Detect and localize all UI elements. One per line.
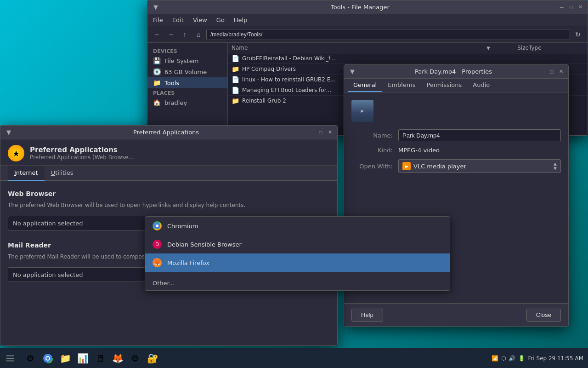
- web-browser-desc: The preferred Web Browser will be used t…: [8, 201, 330, 209]
- chromium-label: Chromium: [167, 223, 198, 230]
- sidebar-item-volume[interactable]: 💽 63 GB Volume: [147, 66, 227, 77]
- menu-file[interactable]: File: [151, 16, 165, 24]
- pref-apps-title: Preferred Applications: [15, 129, 317, 136]
- refresh-button[interactable]: ↻: [572, 29, 584, 40]
- tab-internet[interactable]: Internet: [8, 166, 45, 181]
- firefox-icon: 🦊: [153, 258, 162, 267]
- file-info: ▶: [351, 100, 561, 122]
- tb-system-icon[interactable]: ⚙: [22, 350, 39, 367]
- tb-auth-icon[interactable]: 🔐: [144, 350, 161, 367]
- tools-label: Tools: [164, 80, 179, 86]
- file-manager-menubar: File Edit View Go Help: [147, 14, 588, 26]
- menu-edit[interactable]: Edit: [170, 16, 186, 24]
- dropdown-item-firefox[interactable]: 🦊 Mozilla Firefox: [145, 253, 450, 272]
- debian-icon: D: [153, 240, 162, 249]
- web-browser-value: No application selected: [13, 220, 83, 227]
- properties-titlebar: ▼ Park Day.mp4 - Properties □ ✕: [344, 65, 568, 79]
- home-button[interactable]: ⌂: [192, 29, 204, 40]
- col-name: Name: [232, 45, 486, 51]
- properties-footer: Help Close: [344, 303, 568, 326]
- properties-menu-button[interactable]: ▼: [348, 67, 357, 76]
- tb-monitor-icon[interactable]: 📊: [74, 350, 91, 367]
- file-icon: 📁: [232, 65, 239, 73]
- taskbar-tray: 📶 ⬡ 🔊 🔋 Fri Sep 29 11:55 AM: [487, 355, 588, 362]
- open-with-name: VLC media player: [413, 163, 466, 170]
- dropdown-other[interactable]: Other...: [145, 276, 450, 290]
- open-with-selector[interactable]: ▶ VLC media player ▲ ▼: [398, 159, 561, 173]
- up-button[interactable]: ↑: [179, 29, 191, 40]
- file-manager-title: Tools - File Manager: [162, 4, 558, 11]
- pref-window-controls: □ ✕: [317, 129, 334, 136]
- window-menu-button[interactable]: ▼: [151, 3, 160, 12]
- vlc-icon: ▶: [402, 162, 411, 170]
- open-with-app: ▶ VLC media player: [402, 162, 466, 170]
- menu-go[interactable]: Go: [215, 16, 226, 24]
- chromium-taskbar-icon: [43, 353, 53, 363]
- tb-settings-icon[interactable]: ⚙: [127, 350, 143, 367]
- back-button[interactable]: ←: [151, 29, 163, 40]
- tab-audio[interactable]: Audio: [467, 79, 495, 92]
- tb-browser-icon[interactable]: [40, 350, 56, 367]
- file-manager-toolbar: ← → ↑ ⌂ ↻: [147, 26, 588, 43]
- network-icon: 📶: [492, 355, 498, 362]
- kind-label: Kind:: [351, 147, 393, 154]
- pref-close[interactable]: ✕: [326, 129, 334, 136]
- tab-general[interactable]: General: [348, 79, 382, 92]
- menu-view[interactable]: View: [191, 16, 209, 24]
- menu-help[interactable]: Help: [232, 16, 249, 24]
- name-input[interactable]: [398, 129, 561, 141]
- close-button[interactable]: Close: [526, 309, 561, 322]
- pref-apps-title-block: Preferred Applications Preferred Applica…: [30, 146, 134, 161]
- tab-permissions[interactable]: Permissions: [421, 79, 467, 92]
- window-controls: ─ □ ✕: [558, 4, 584, 11]
- tab-utilities-underline: U: [51, 169, 56, 176]
- start-button[interactable]: [0, 348, 20, 368]
- pref-apps-logo: ★: [8, 145, 24, 161]
- mail-reader-value: No application selected: [13, 271, 83, 278]
- minimize-button[interactable]: ─: [558, 4, 565, 11]
- pref-tabs: Internet Utilities: [0, 166, 337, 181]
- pref-maximize[interactable]: □: [317, 129, 324, 136]
- pref-apps-titlebar: ▼ Preferred Applications □ ✕: [0, 126, 337, 139]
- filter-icon: ▼: [486, 46, 490, 51]
- tb-firefox-icon[interactable]: 🦊: [109, 350, 126, 367]
- properties-maximize[interactable]: □: [548, 68, 555, 75]
- properties-close[interactable]: ✕: [557, 68, 565, 75]
- clock: Fri Sep 29 11:55 AM: [528, 355, 583, 362]
- tb-display-icon[interactable]: 🖥: [92, 350, 108, 367]
- maximize-button[interactable]: □: [567, 4, 575, 11]
- sidebar-item-tools[interactable]: 📁 Tools: [147, 77, 227, 88]
- file-icon: 📄: [232, 86, 239, 94]
- forward-button[interactable]: →: [165, 29, 177, 40]
- close-button[interactable]: ✕: [577, 4, 584, 11]
- list-header: Name ▼ Size Type: [228, 43, 588, 53]
- properties-title: Park Day.mp4 - Properties: [359, 68, 548, 75]
- tab-internet-underline: I: [14, 169, 16, 176]
- pref-menu-button[interactable]: ▼: [4, 128, 13, 137]
- sidebar-item-bradley[interactable]: 🏠 bradley: [147, 97, 227, 108]
- tb-files-icon[interactable]: 📁: [57, 350, 74, 367]
- svg-point-8: [46, 357, 49, 360]
- kind-value: MPEG-4 video: [398, 147, 561, 154]
- tab-emblems[interactable]: Emblems: [382, 79, 421, 92]
- tab-internet-label: Internet: [14, 169, 38, 176]
- chromium-icon: [153, 221, 162, 230]
- firefox-label: Mozilla Firefox: [167, 259, 209, 266]
- sidebar-item-filesystem[interactable]: 💾 File System: [147, 55, 227, 66]
- volume-icon: 💽: [153, 68, 161, 75]
- dropdown-item-chromium[interactable]: Chromium: [145, 217, 450, 235]
- address-bar[interactable]: [206, 29, 570, 40]
- dropdown-divider: [145, 274, 450, 274]
- svg-point-1: [156, 224, 158, 227]
- file-manager-sidebar: DEVICES 💾 File System 💽 63 GB Volume 📁 T…: [147, 43, 228, 135]
- web-browser-section-title: Web Browser: [8, 190, 330, 197]
- file-thumbnail: ▶: [351, 100, 373, 122]
- file-icon: 📄: [232, 76, 239, 83]
- file-icon: 📄: [232, 55, 239, 62]
- tab-utilities[interactable]: Utilities: [45, 166, 80, 181]
- table-row[interactable]: 📄 GrubEFIReinstall - Debian Wiki_f...: [228, 53, 588, 64]
- bradley-label: bradley: [164, 99, 187, 106]
- dropdown-item-debian[interactable]: D Debian Sensible Browser: [145, 235, 450, 253]
- help-button[interactable]: Help: [351, 309, 383, 322]
- taskbar-apps: ⚙ 📁 📊 🖥 🦊 ⚙ 🔐: [20, 350, 487, 367]
